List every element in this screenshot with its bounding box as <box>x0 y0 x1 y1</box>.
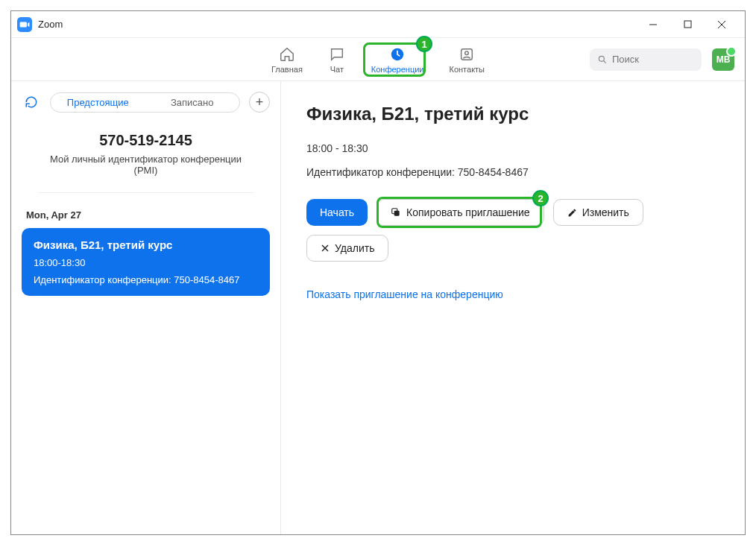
titlebar: Zoom <box>11 11 745 38</box>
meeting-detail: Физика, Б21, третий курс 18:00 - 18:30 И… <box>281 81 745 534</box>
date-header: Mon, Apr 27 <box>26 209 270 221</box>
close-button[interactable] <box>705 11 739 38</box>
contacts-icon <box>458 45 476 63</box>
minimize-button[interactable] <box>636 11 670 38</box>
copy-invite-label: Копировать приглашение <box>406 206 530 218</box>
search-icon <box>597 54 608 65</box>
add-meeting-button[interactable]: + <box>249 92 270 113</box>
nav-meetings[interactable]: Конференции <box>371 45 424 74</box>
meeting-card-time: 18:00-18:30 <box>34 257 258 268</box>
nav-contacts-label: Контакты <box>450 65 485 74</box>
nav-chat[interactable]: Чат <box>328 45 346 74</box>
edit-button[interactable]: Изменить <box>553 199 643 226</box>
window-controls <box>636 11 739 38</box>
svg-rect-10 <box>394 211 400 216</box>
avatar-initials: МВ <box>716 54 731 65</box>
svg-point-6 <box>465 51 469 54</box>
svg-line-8 <box>604 60 606 63</box>
tab-recorded[interactable]: Записано <box>145 93 240 112</box>
search-input[interactable] <box>612 54 694 65</box>
nav-home[interactable]: Главная <box>271 45 303 74</box>
plus-icon: + <box>256 95 264 110</box>
pmi-number: 570-519-2145 <box>38 132 254 149</box>
home-icon <box>278 45 296 63</box>
svg-rect-1 <box>684 21 691 28</box>
sidebar-tabs: Предстоящие Записано <box>50 92 240 113</box>
search-box[interactable] <box>590 48 702 71</box>
nav-chat-label: Чат <box>330 65 344 74</box>
maximize-button[interactable] <box>670 11 705 38</box>
sidebar: Предстоящие Записано + 570-519-2145 Мой … <box>11 81 281 534</box>
detail-time: 18:00 - 18:30 <box>306 142 722 154</box>
main-area: Предстоящие Записано + 570-519-2145 Мой … <box>11 81 745 534</box>
meeting-card[interactable]: Физика, Б21, третий курс 18:00-18:30 Иде… <box>22 228 270 296</box>
app-window: Zoom Главная Чат Конференции <box>10 10 746 535</box>
edit-label: Изменить <box>582 206 629 218</box>
nav-meetings-label: Конференции <box>371 65 424 74</box>
copy-invite-button[interactable]: Копировать приглашение <box>377 199 544 226</box>
pencil-icon <box>567 208 577 218</box>
svg-point-7 <box>599 56 604 61</box>
app-title: Zoom <box>38 19 63 30</box>
nav-home-label: Главная <box>271 65 303 74</box>
delete-label: Удалить <box>335 242 374 254</box>
start-button[interactable]: Начать <box>306 199 368 226</box>
detail-title: Физика, Б21, третий курс <box>306 104 722 124</box>
meeting-card-id: Идентификатор конференции: 750-8454-8467 <box>34 274 258 285</box>
pmi-block[interactable]: 570-519-2145 Мой личный идентификатор ко… <box>38 132 254 193</box>
avatar[interactable]: МВ <box>712 48 734 71</box>
chat-icon <box>328 45 346 63</box>
pmi-label: Мой личный идентификатор конференции (PM… <box>38 154 254 176</box>
detail-id: Идентификатор конференции: 750-8454-8467 <box>306 166 722 178</box>
clock-icon <box>388 45 406 63</box>
top-nav: Главная Чат Конференции Контакты <box>11 38 745 81</box>
zoom-app-icon <box>17 17 32 32</box>
meeting-card-title: Физика, Б21, третий курс <box>34 238 258 251</box>
x-icon <box>321 244 330 253</box>
tab-upcoming[interactable]: Предстоящие <box>51 93 145 112</box>
nav-contacts[interactable]: Контакты <box>450 45 485 74</box>
copy-icon <box>391 207 401 218</box>
refresh-button[interactable] <box>22 92 41 112</box>
show-invite-link[interactable]: Показать приглашение на конференцию <box>306 288 503 300</box>
delete-button[interactable]: Удалить <box>306 235 388 262</box>
